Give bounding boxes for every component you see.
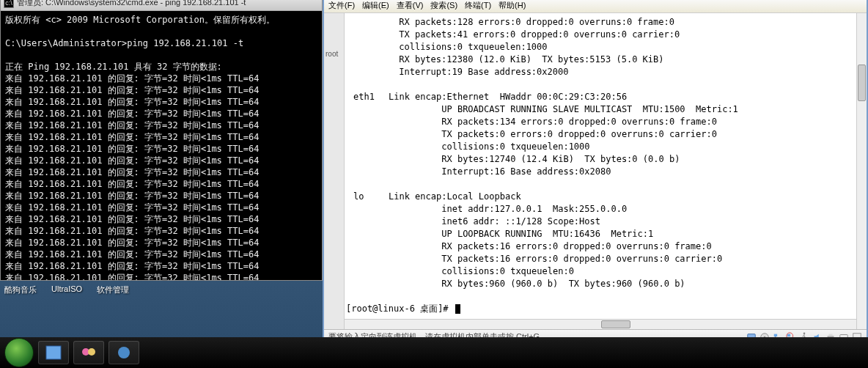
- cmd-title: 管理员: C:\Windows\system32\cmd.exe - ping …: [17, 0, 246, 8]
- vm-side-panel[interactable]: root: [324, 13, 345, 329]
- vm-terminal-wrap: RX packets:128 errors:0 dropped:0 overru…: [345, 13, 856, 329]
- taskbar-item-2[interactable]: [73, 341, 104, 364]
- cmd-replies: 来自 192.168.21.101 的回复: 字节=32 时间<1ms TTL=…: [5, 73, 259, 280]
- cmd-ping-header: 正在 Ping 192.168.21.101 具有 32 字节的数据:: [5, 62, 222, 72]
- svg-rect-3: [774, 334, 777, 336]
- cmd-icon: c:\: [4, 0, 14, 8]
- desktop-icon-ultraiso[interactable]: UltraISO: [51, 284, 82, 295]
- vscroll-thumb[interactable]: [858, 65, 866, 101]
- vm-content: root RX packets:128 errors:0 dropped:0 o…: [324, 13, 867, 329]
- menu-file[interactable]: 文件(F): [328, 0, 355, 11]
- side-label-root[interactable]: root: [324, 47, 344, 61]
- taskbar-item-1[interactable]: [38, 341, 69, 364]
- taskbar-item-3[interactable]: [108, 341, 139, 364]
- hscroll-thumb[interactable]: [601, 320, 630, 328]
- svg-point-8: [803, 332, 806, 334]
- cmd-output[interactable]: 版权所有 <c> 2009 Microsoft Corporation。保留所有…: [1, 11, 322, 280]
- menu-edit[interactable]: 编辑(E): [362, 0, 389, 11]
- cmd-titlebar[interactable]: c:\ 管理员: C:\Windows\system32\cmd.exe - p…: [1, 0, 322, 11]
- iface-eth1: eth1: [353, 91, 389, 103]
- vm-menubar[interactable]: 文件(F) 编辑(E) 查看(V) 搜索(S) 终端(T) 帮助(H): [324, 0, 867, 13]
- svg-rect-5: [787, 334, 790, 336]
- cmd-copyright: 版权所有 <c> 2009 Microsoft Corporation。保留所有…: [5, 15, 275, 25]
- desktop-labels: 酷狗音乐 UltraISO 软件管理: [4, 284, 129, 295]
- app-icon: [45, 345, 62, 361]
- svg-point-15: [88, 348, 95, 356]
- cursor: [455, 304, 460, 314]
- cmd-prompt: C:\Users\Administrator>ping 192.168.21.1…: [5, 38, 243, 48]
- menu-search[interactable]: 搜索(S): [430, 0, 457, 11]
- app-icon: [115, 345, 133, 361]
- svg-rect-10: [828, 334, 832, 336]
- taskbar[interactable]: [0, 337, 868, 368]
- cmd-window[interactable]: c:\ 管理员: C:\Windows\system32\cmd.exe - p…: [0, 0, 323, 281]
- hscrollbar[interactable]: [345, 319, 856, 329]
- desktop-icon-kugou[interactable]: 酷狗音乐: [4, 284, 37, 295]
- menu-terminal[interactable]: 终端(T): [465, 0, 491, 11]
- svg-point-16: [118, 347, 130, 358]
- svg-rect-13: [46, 346, 61, 359]
- vscrollbar[interactable]: [856, 13, 867, 329]
- iface-lo: lo: [353, 191, 389, 203]
- menu-view[interactable]: 查看(V): [397, 0, 424, 11]
- app-icon: [80, 345, 98, 361]
- vm-window[interactable]: 文件(F) 编辑(E) 查看(V) 搜索(S) 终端(T) 帮助(H) root…: [323, 0, 868, 345]
- start-button[interactable]: [4, 338, 34, 367]
- vm-terminal[interactable]: RX packets:128 errors:0 dropped:0 overru…: [345, 13, 856, 319]
- shell-prompt: [root@linux-6 桌面]#: [346, 303, 449, 314]
- desktop-icon-softmgr[interactable]: 软件管理: [97, 284, 129, 295]
- menu-help[interactable]: 帮助(H): [499, 0, 526, 11]
